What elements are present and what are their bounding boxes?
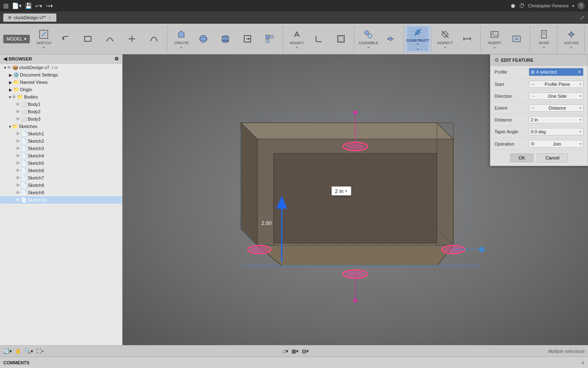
model-button[interactable]: MODEL ▾ (3, 35, 30, 43)
eye-s10[interactable]: 👁 (16, 197, 20, 202)
pattern-tool[interactable] (259, 27, 280, 51)
tree-item-sketches[interactable]: ▾ 📁 Sketches (0, 123, 122, 130)
tree-item-sketch10[interactable]: 👁 📄 Sketch10 (0, 196, 122, 204)
measure-tool[interactable] (457, 27, 478, 51)
import-tool[interactable] (237, 27, 258, 51)
viewport[interactable]: 2.00 2 in ▾ RIGHT BACK X (122, 54, 588, 345)
operation-value[interactable]: ⊞ Join ▾ (529, 140, 584, 148)
eye-s8[interactable]: 👁 (16, 183, 20, 188)
cylinder-tool[interactable] (215, 27, 236, 51)
plus-tool[interactable] (121, 27, 143, 51)
record-icon[interactable]: ⏺ (510, 2, 516, 9)
tree-item-sketch2[interactable]: 👁📄Sketch2 (0, 137, 122, 145)
eye-icon-bodies[interactable]: 👁 (12, 94, 16, 99)
display-mode-btn[interactable]: □▾ (283, 348, 288, 354)
tree-item-body2[interactable]: 👁 ⬜ Body2 (0, 108, 122, 115)
eye-icon-root[interactable]: 👁 (7, 65, 11, 70)
viewport-btn[interactable]: ▤▾ (302, 348, 309, 354)
user-dropdown-icon[interactable]: ▾ (572, 4, 574, 8)
tree-item-sketch3[interactable]: 👁📄Sketch3 (0, 145, 122, 152)
save-icon[interactable]: 💾 (25, 2, 32, 9)
eye-s4[interactable]: 👁 (16, 153, 20, 158)
tree-item-named-views[interactable]: ▶ 📁 Named Views (0, 79, 122, 86)
inspect-tool[interactable]: INSPECT ▾ (434, 27, 456, 51)
rect-tool[interactable] (77, 27, 98, 51)
eye-icon-body2[interactable]: 👁 (16, 109, 20, 114)
construct-tool[interactable]: CONSTRUCT * ▾ (407, 27, 428, 51)
profile-clear-button[interactable]: ✕ (577, 69, 581, 75)
cancel-button[interactable]: Cancel (537, 153, 568, 162)
joint-tool[interactable] (380, 27, 401, 51)
extent-value[interactable]: ↔ Distance ▾ (529, 104, 584, 112)
fillet-tool[interactable] (308, 27, 330, 51)
start-dropdown-icon[interactable]: ▾ (579, 82, 581, 86)
arc-tool[interactable] (99, 27, 120, 51)
shell-tool[interactable] (330, 27, 352, 51)
tree-item-bodies[interactable]: ▾ 👁 📁 Bodies (0, 93, 122, 101)
insert-image-tool[interactable]: INSERT ▾ (484, 27, 505, 51)
tree-item-sketch5[interactable]: 👁📄Sketch5 (0, 159, 122, 167)
sketch-tool[interactable]: SKETCH ▾ (33, 27, 54, 51)
tree-item-sketch8[interactable]: 👁📄Sketch8 (0, 182, 122, 189)
distance-value[interactable]: 2 in ▾ (529, 116, 584, 123)
root-settings-icon[interactable]: ⚙ (54, 65, 58, 70)
ok-button[interactable]: OK (510, 153, 534, 162)
eye-s3[interactable]: 👁 (16, 146, 20, 151)
pan-btn[interactable]: ✋ (15, 348, 21, 354)
browser-settings-icon[interactable]: ⚙ (114, 56, 119, 62)
decal-tool[interactable] (506, 27, 527, 51)
orbit-btn[interactable]: 🔄▾ (3, 348, 12, 354)
profile-value[interactable]: ⊞ 4 selected ✕ (529, 68, 584, 76)
timer-icon[interactable]: ⏱ (519, 2, 525, 9)
maximize-icon[interactable]: ⤢ (580, 14, 585, 21)
curve-tool[interactable] (143, 27, 165, 51)
tree-item-body3[interactable]: 👁 ⬜ Body3 (0, 115, 122, 123)
main-tab[interactable]: clockDesign v7* ✕ (3, 13, 56, 22)
dimension-input[interactable]: 2 in ▾ (331, 186, 351, 196)
eye-s1[interactable]: 👁 (16, 131, 20, 136)
operation-dropdown-icon[interactable]: ▾ (579, 142, 581, 146)
zoom-btn[interactable]: 🔍▾ (24, 348, 33, 354)
redo-icon[interactable]: ↪▾ (46, 3, 53, 9)
addins-tool[interactable]: ADD-INS ▾ (561, 27, 582, 51)
tree-toggle-origin[interactable]: ▶ (9, 88, 12, 92)
tree-toggle-bodies[interactable]: ▾ (9, 95, 11, 99)
eye-icon-body3[interactable]: 👁 (16, 117, 20, 121)
grid-btn[interactable]: ▦▾ (292, 348, 298, 354)
tab-close-icon[interactable]: ✕ (48, 16, 51, 20)
app-grid-icon[interactable]: ⊞ (3, 2, 9, 10)
extrude-tool[interactable]: CREATE ▾ (171, 27, 192, 51)
eye-icon-body1[interactable]: 👁 (16, 102, 20, 107)
tree-toggle-doc[interactable]: ▶ (9, 73, 12, 77)
undo-tool[interactable] (55, 27, 76, 51)
tree-item-body1[interactable]: 👁 ⬜ Body1 (0, 101, 122, 108)
tree-item-sketch7[interactable]: 👁📄Sketch7 (0, 174, 122, 182)
eye-s5[interactable]: 👁 (16, 161, 20, 166)
tree-toggle-named-views[interactable]: ▶ (9, 80, 12, 85)
dim-unit-icon[interactable]: ▾ (345, 188, 347, 194)
add-comment-icon[interactable]: + (581, 359, 585, 366)
assemble-tool[interactable]: ASSEMBLE ▾ (358, 27, 379, 51)
collapse-icon[interactable]: ◀ (3, 56, 7, 62)
extent-dropdown-icon[interactable]: ▾ (579, 106, 581, 110)
sphere-tool[interactable] (193, 27, 214, 51)
eye-s9[interactable]: 👁 (16, 190, 20, 195)
dim-value[interactable]: 2 in (335, 188, 343, 194)
tree-item-doc-settings[interactable]: ▶ ⚙️ Document Settings (0, 71, 122, 79)
eye-s6[interactable]: 👁 (16, 168, 20, 173)
eye-s2[interactable]: 👁 (16, 139, 20, 144)
fit-btn[interactable]: ⛶▾ (36, 348, 44, 354)
tree-item-sketch1[interactable]: 👁📄Sketch1 (0, 130, 122, 137)
tree-item-sketch4[interactable]: 👁📄Sketch4 (0, 152, 122, 159)
file-icon[interactable]: 📄▾ (12, 2, 22, 9)
root-info-icon[interactable]: ℹ (52, 65, 53, 70)
undo-icon[interactable]: ↩▾ (35, 3, 42, 9)
tree-toggle-sketches[interactable]: ▾ (9, 124, 11, 129)
tree-item-sketch6[interactable]: 👁📄Sketch6 (0, 167, 122, 174)
direction-dropdown-icon[interactable]: ▾ (579, 94, 581, 98)
eye-s7[interactable]: 👁 (16, 175, 20, 180)
tree-toggle-root[interactable]: ▾ (4, 65, 6, 70)
modify-tool[interactable]: MODIFY ▾ (286, 27, 307, 51)
make-tool[interactable]: MAKE ▾ (533, 27, 555, 51)
distance-dropdown-icon[interactable]: ▾ (579, 118, 581, 122)
